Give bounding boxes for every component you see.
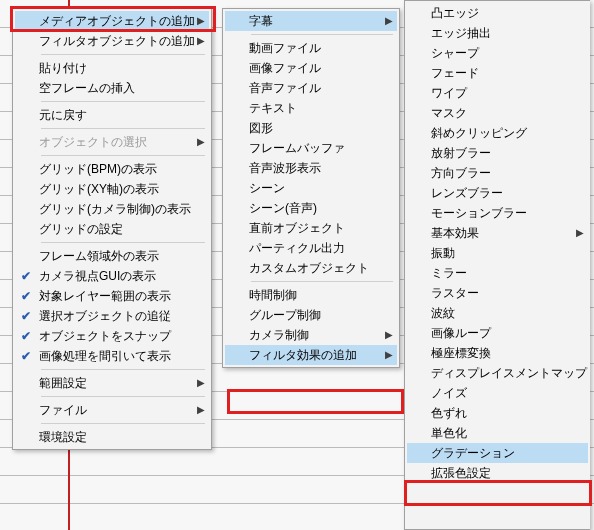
chevron-right-icon: ▶: [197, 373, 205, 393]
menu3-item[interactable]: モーションブラー: [407, 203, 588, 223]
menu-item-label: フレームバッファ: [249, 138, 345, 158]
menu-item-label: カメラ制御: [249, 325, 309, 345]
check-icon: ✔: [17, 306, 35, 326]
menu-item-label: 貼り付け: [39, 58, 87, 78]
menu-item-label: グリッド(カメラ制御)の表示: [39, 199, 191, 219]
menu-item-label: 単色化: [431, 423, 467, 443]
menu3-item[interactable]: ディスプレイスメントマップ: [407, 363, 588, 383]
menu1-separator: [41, 101, 205, 102]
menu1-separator: [41, 242, 205, 243]
menu2-item[interactable]: 音声波形表示: [225, 158, 397, 178]
menu2-item[interactable]: シーン: [225, 178, 397, 198]
menu1-item[interactable]: ファイル▶: [15, 400, 209, 420]
menu2-item[interactable]: フィルタ効果の追加▶: [225, 345, 397, 365]
menu1-item[interactable]: ✔カメラ視点GUIの表示: [15, 266, 209, 286]
menu-item-label: 極座標変換: [431, 343, 491, 363]
menu-item-label: 放射ブラー: [431, 143, 491, 163]
menu1-separator: [41, 155, 205, 156]
menu3-item[interactable]: 基本効果▶: [407, 223, 588, 243]
menu1-item[interactable]: メディアオブジェクトの追加▶: [15, 11, 209, 31]
menu3-item[interactable]: 凸エッジ: [407, 3, 588, 23]
menu2-item[interactable]: 直前オブジェクト: [225, 218, 397, 238]
menu3-item[interactable]: 画像ループ: [407, 323, 588, 343]
menu-item-label: 環境設定: [39, 427, 87, 447]
menu3-item[interactable]: 方向ブラー: [407, 163, 588, 183]
menu1-item[interactable]: ✔対象レイヤー範囲の表示: [15, 286, 209, 306]
menu-item-label: シャープ: [431, 43, 479, 63]
menu1-item[interactable]: 空フレームの挿入: [15, 78, 209, 98]
menu-item-label: 音声波形表示: [249, 158, 321, 178]
menu-item-label: 範囲設定: [39, 373, 87, 393]
menu1-item[interactable]: グリッド(カメラ制御)の表示: [15, 199, 209, 219]
menu3-item[interactable]: 極座標変換: [407, 343, 588, 363]
chevron-right-icon: ▶: [385, 325, 393, 345]
menu2-item[interactable]: カメラ制御▶: [225, 325, 397, 345]
menu1-item[interactable]: グリッドの設定: [15, 219, 209, 239]
menu1-item[interactable]: グリッド(XY軸)の表示: [15, 179, 209, 199]
chevron-right-icon: ▶: [576, 223, 584, 243]
menu3-item[interactable]: 放射ブラー: [407, 143, 588, 163]
menu3-item[interactable]: ラスター: [407, 283, 588, 303]
menu-item-label: フィルタ効果の追加: [249, 345, 357, 365]
menu-item-label: オブジェクトの選択: [39, 132, 147, 152]
menu1-item[interactable]: フィルタオブジェクトの追加▶: [15, 31, 209, 51]
menu-item-label: ミラー: [431, 263, 467, 283]
menu1-item: オブジェクトの選択▶: [15, 132, 209, 152]
menu-item-label: エッジ抽出: [431, 23, 491, 43]
menu-item-label: シーン(音声): [249, 198, 317, 218]
menu3-item[interactable]: シャープ: [407, 43, 588, 63]
menu3-item[interactable]: ミラー: [407, 263, 588, 283]
menu3-item[interactable]: 色ずれ: [407, 403, 588, 423]
menu-item-label: フレーム領域外の表示: [39, 246, 159, 266]
menu1-item[interactable]: 貼り付け: [15, 58, 209, 78]
menu2-item[interactable]: パーティクル出力: [225, 238, 397, 258]
menu-item-label: 直前オブジェクト: [249, 218, 345, 238]
menu3-item[interactable]: エッジ抽出: [407, 23, 588, 43]
menu2-separator: [251, 34, 393, 35]
menu3-item[interactable]: 斜めクリッピング: [407, 123, 588, 143]
menu-item-label: グリッド(BPM)の表示: [39, 159, 157, 179]
menu3-item[interactable]: マスク: [407, 103, 588, 123]
menu1-separator: [41, 369, 205, 370]
menu3-item[interactable]: 波紋: [407, 303, 588, 323]
chevron-right-icon: ▶: [197, 132, 205, 152]
menu2-item[interactable]: 図形: [225, 118, 397, 138]
menu1-item[interactable]: ✔オブジェクトをスナップ: [15, 326, 209, 346]
menu2-item[interactable]: グループ制御: [225, 305, 397, 325]
menu3-item[interactable]: 拡張色設定: [407, 463, 588, 483]
menu3-item[interactable]: レンズブラー: [407, 183, 588, 203]
menu2-item[interactable]: シーン(音声): [225, 198, 397, 218]
menu1-item[interactable]: ✔選択オブジェクトの追従: [15, 306, 209, 326]
menu1-item[interactable]: 元に戻す: [15, 105, 209, 125]
menu3-item[interactable]: ワイプ: [407, 83, 588, 103]
menu-item-label: カメラ視点GUIの表示: [39, 266, 156, 286]
menu3-item[interactable]: ノイズ: [407, 383, 588, 403]
menu2-item[interactable]: 動画ファイル: [225, 38, 397, 58]
menu2-item[interactable]: 時間制御: [225, 285, 397, 305]
menu2-item[interactable]: テキスト: [225, 98, 397, 118]
menu-item-label: 字幕: [249, 11, 273, 31]
menu1-item[interactable]: グリッド(BPM)の表示: [15, 159, 209, 179]
menu1-item[interactable]: 範囲設定▶: [15, 373, 209, 393]
menu-item-label: フェード: [431, 63, 479, 83]
menu-item-label: 図形: [249, 118, 273, 138]
menu-item-label: 空フレームの挿入: [39, 78, 135, 98]
menu3-item[interactable]: 振動: [407, 243, 588, 263]
menu2-item[interactable]: 音声ファイル: [225, 78, 397, 98]
menu3-item[interactable]: フェード: [407, 63, 588, 83]
menu1-item[interactable]: フレーム領域外の表示: [15, 246, 209, 266]
menu3-item[interactable]: グラデーション: [407, 443, 588, 463]
menu2-item[interactable]: 字幕▶: [225, 11, 397, 31]
menu-item-label: 元に戻す: [39, 105, 87, 125]
menu2-item[interactable]: カスタムオブジェクト: [225, 258, 397, 278]
menu1-separator: [41, 54, 205, 55]
submenu-media-object: 字幕▶動画ファイル画像ファイル音声ファイルテキスト図形フレームバッファ音声波形表…: [222, 8, 400, 368]
menu1-item[interactable]: 環境設定: [15, 427, 209, 447]
menu1-item[interactable]: ✔画像処理を間引いて表示: [15, 346, 209, 366]
menu2-item[interactable]: フレームバッファ: [225, 138, 397, 158]
menu3-item[interactable]: 単色化: [407, 423, 588, 443]
menu2-item[interactable]: 画像ファイル: [225, 58, 397, 78]
menu-item-label: メディアオブジェクトの追加: [39, 11, 195, 31]
menu-item-label: ノイズ: [431, 383, 467, 403]
menu-item-label: 凸エッジ: [431, 3, 479, 23]
